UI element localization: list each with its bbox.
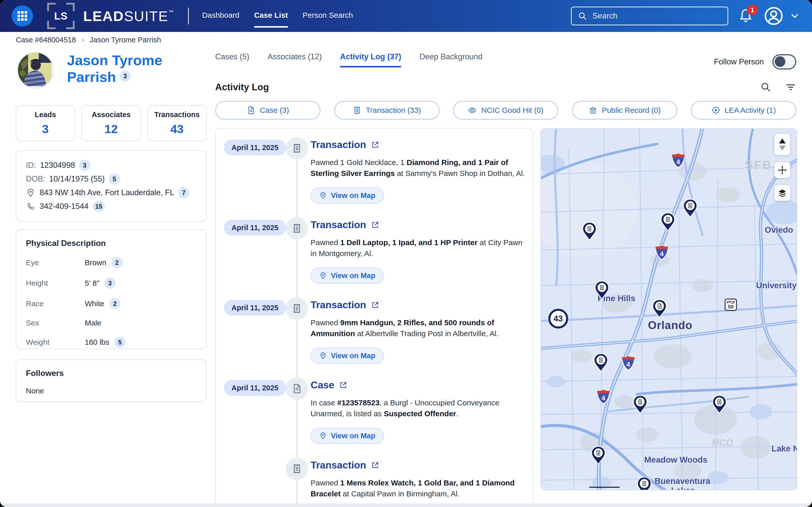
map-pin-icon	[319, 272, 327, 279]
primary-nav: DashboardCase ListPerson Search	[202, 11, 353, 21]
chevron-down-icon	[789, 10, 800, 21]
external-link-icon[interactable]	[371, 221, 379, 229]
entry-type-icon	[292, 223, 302, 234]
timeline-node	[286, 297, 308, 320]
breadcrumb-separator: ›	[82, 36, 84, 44]
followers-title: Followers	[26, 369, 196, 378]
toggle-knob	[775, 56, 785, 67]
filter-chip-public-record-0-[interactable]: Public Record (0)	[572, 101, 677, 120]
follow-person-label: Follow Person	[714, 57, 764, 66]
filter-chip-transaction-33-[interactable]: Transaction (33)	[334, 101, 440, 120]
entry-title-link[interactable]: Transaction	[311, 460, 366, 471]
map-marker-case[interactable]	[652, 299, 667, 319]
notifications-button[interactable]: 1	[738, 7, 754, 25]
stat-card-leads[interactable]: Leads 3	[16, 105, 75, 141]
attribute-label: Height	[26, 279, 85, 287]
entry-description: Pawned 1 Gold Necklace, 1 Diamond Ring, …	[311, 157, 526, 179]
marker-glyph-icon	[637, 399, 643, 405]
map-pan-button[interactable]	[774, 162, 790, 178]
map-cluster-marker[interactable]: 43	[548, 309, 568, 329]
entry-title-link[interactable]: Transaction	[311, 219, 366, 230]
entry-date-chip: April 11, 2025	[224, 220, 286, 235]
attribute-label: Sex	[26, 319, 85, 327]
timeline-node	[286, 378, 308, 400]
external-link-icon[interactable]	[371, 461, 379, 469]
physical-attribute-row: Height 5’ 8” 3	[26, 278, 196, 289]
followers-value: None	[26, 387, 196, 395]
timeline-node	[286, 217, 308, 239]
top-nav-item-case-list[interactable]: Case List	[254, 11, 288, 21]
entry-title-link[interactable]: Transaction	[311, 299, 366, 311]
map-pin-icon	[319, 192, 327, 199]
user-menu[interactable]	[764, 6, 800, 26]
attribute-count-badge: 2	[111, 257, 122, 268]
tab-activity-log-[interactable]: Activity Log (37)	[340, 52, 401, 67]
physical-attribute-row: Eye Brown 2	[26, 257, 196, 268]
map-marker-receipt[interactable]	[593, 353, 609, 374]
person-photo[interactable]	[17, 52, 54, 89]
activity-filter-icon[interactable]	[785, 81, 796, 93]
map-place-label: Lakes	[671, 486, 695, 490]
map-marker-receipt[interactable]	[591, 446, 606, 466]
timeline-entry: Transaction Pawned 1 Mens Rolex Watch, 1…	[216, 458, 532, 504]
phone-row: 342-409-1544 15	[26, 201, 196, 212]
stat-card-transactions[interactable]: Transactions 43	[147, 105, 207, 141]
follow-person-toggle[interactable]	[772, 54, 796, 69]
map-marker-receipt[interactable]	[632, 395, 648, 415]
view-on-map-button[interactable]: View on Map	[311, 347, 384, 364]
physical-attribute-row: Sex Male	[26, 319, 196, 327]
map-marker-receipt[interactable]	[637, 476, 652, 490]
person-name: Jason Tyrome Parrish3	[67, 52, 162, 86]
entry-title-link[interactable]: Case	[311, 380, 334, 391]
view-on-map-button[interactable]: View on Map	[311, 428, 384, 444]
app-grid-button[interactable]	[12, 5, 33, 26]
map-marker-receipt[interactable]	[682, 199, 698, 219]
attribute-value: 160 lbs	[85, 338, 109, 346]
global-search[interactable]	[571, 7, 728, 25]
tab-cases-[interactable]: Cases (5)	[215, 52, 249, 67]
stat-card-associates[interactable]: Associates 12	[82, 105, 141, 141]
entry-type-icon	[292, 143, 302, 154]
map-place-label: Meadow Woods	[644, 455, 707, 465]
external-link-icon[interactable]	[371, 301, 379, 309]
view-on-map-button[interactable]: View on Map	[311, 187, 384, 204]
attribute-value: Male	[85, 319, 101, 327]
map-marker-receipt[interactable]	[660, 213, 676, 233]
horizontal-scrollbar[interactable]	[0, 503, 812, 507]
address-row: 843 NW 14th Ave, Fort Lauderdale, FL 7	[26, 187, 196, 198]
map-marker-receipt[interactable]	[712, 395, 727, 415]
filter-chip-case-3-[interactable]: Case (3)	[215, 101, 320, 120]
map-place-label: Orlando	[648, 319, 693, 332]
filter-chip-ncic-good-hit-0-[interactable]: NCIC Good Hit (0)	[453, 101, 559, 120]
dob-row: DOB: 10/14/1975 (55) 5	[26, 173, 196, 184]
tab-deep-background[interactable]: Deep Background	[419, 52, 483, 67]
id-row: ID: 12304998 3	[26, 160, 196, 171]
search-input[interactable]	[592, 11, 721, 21]
stats-row: Leads 3 Associates 12 Transactions 43	[16, 105, 207, 141]
top-nav-item-dashboard[interactable]: Dashboard	[202, 11, 239, 21]
marker-glyph-icon	[595, 450, 601, 456]
chip-icon	[468, 106, 476, 115]
map-marker-receipt[interactable]	[594, 281, 610, 301]
map-marker-receipt[interactable]	[581, 222, 597, 242]
header-divider	[188, 8, 189, 24]
marker-glyph-icon	[598, 357, 604, 363]
view-on-map-button[interactable]: View on Map	[311, 268, 384, 284]
stat-value: 3	[42, 122, 49, 136]
activity-search-icon[interactable]	[760, 81, 771, 93]
surveillance-photo-image	[18, 53, 52, 86]
top-nav-item-person-search[interactable]: Person Search	[303, 11, 353, 21]
breadcrumb-case-link[interactable]: Case #648004518	[16, 36, 76, 44]
tab-associates-[interactable]: Associates (12)	[267, 52, 322, 67]
map-compass-button[interactable]	[774, 134, 790, 155]
entry-title-link[interactable]: Transaction	[311, 139, 366, 150]
map-layers-button[interactable]	[774, 185, 790, 201]
external-link-icon[interactable]	[371, 141, 379, 149]
detail-tabs: Cases (5)Associates (12)Activity Log (37…	[215, 52, 483, 67]
external-link-icon[interactable]	[339, 381, 347, 389]
entry-description: Pawned 1 Mens Rolex Watch, 1 Gold Bar, a…	[311, 477, 526, 499]
attribute-value: White	[85, 299, 104, 308]
filter-chip-lea-activity-1-[interactable]: LEA Activity (1)	[691, 101, 796, 120]
map-place-label: Buenaventura	[654, 476, 710, 486]
activity-map[interactable]: SFBOviedoUniversityPine HillsOrlandoMCOM…	[541, 128, 797, 490]
